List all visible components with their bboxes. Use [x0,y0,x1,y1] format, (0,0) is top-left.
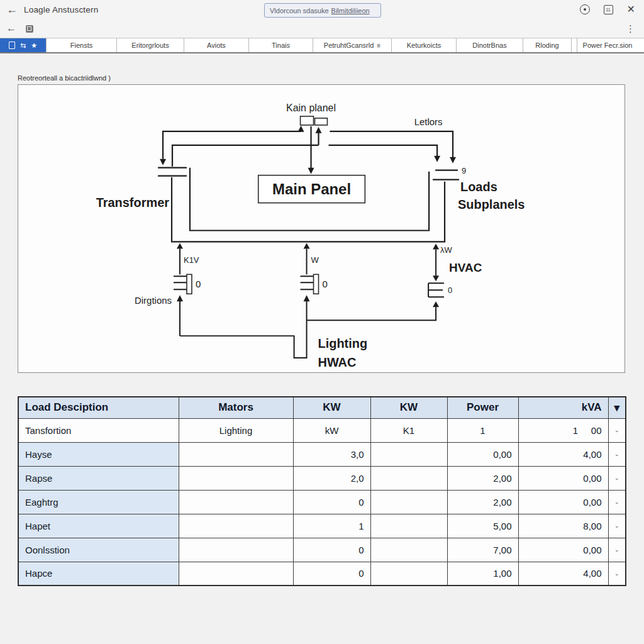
tab-rloding[interactable]: Rloding [523,38,571,52]
tab-tinais[interactable]: Tinais [248,38,313,52]
zero-label: 0 [448,286,452,295]
loads-symbol [433,170,459,180]
loads-label: Loads [460,180,497,194]
cell-kw1[interactable]: 1 [293,514,370,538]
cell-motors[interactable] [179,490,293,514]
sync-icon[interactable] [580,4,590,14]
cell-motors[interactable] [179,514,293,538]
col-kva[interactable]: kVA [518,397,608,418]
cell-kw2[interactable] [370,562,447,586]
back-arrow-icon[interactable]: ← [6,3,18,16]
row-dropdown-icon[interactable]: ⌄ [608,538,626,562]
transformer-symbol [158,168,187,176]
cell-motors[interactable]: Lighting [179,418,293,442]
col-kw-1[interactable]: KW [293,397,370,418]
cell-kva[interactable]: 4,00 [518,562,608,586]
cell-label[interactable]: Tansfortion [18,418,179,442]
cell-kva[interactable]: 8,00 [518,514,608,538]
kebab-menu-icon[interactable]: ⋮ [626,23,635,35]
main-breaker-symbol [315,118,328,125]
tab-petruhtgcansrld[interactable]: PetruhtGcansrld ≡ [313,38,391,52]
letlors-label: Letlors [414,116,443,127]
col-load-description[interactable]: Load Desciption [18,397,179,418]
nav-row: ← ⋮ [0,20,644,38]
cell-kw2[interactable] [370,538,447,562]
cell-kva[interactable]: 1 00 [518,418,608,442]
cell-power[interactable]: 1 [447,418,518,442]
cell-kw2[interactable] [370,442,447,466]
tab-power-fecrsion[interactable]: Power Fecr.sion [577,38,638,52]
tab-label: Keturkoicts [407,42,441,49]
nav-back-arrow-icon[interactable]: ← [6,23,16,34]
row-dropdown-icon[interactable]: ⌄ [608,562,626,586]
cell-kw2[interactable]: K1 [370,418,447,442]
app-title: Loagle Anstusctern [24,5,98,14]
cell-motors[interactable] [179,538,293,562]
cell-label[interactable]: Hapet [18,514,179,538]
cell-kva[interactable]: 4,00 [518,442,608,466]
cell-label[interactable]: Oonlsstion [18,538,179,562]
cell-kw1[interactable]: 3,0 [293,442,370,466]
row-dropdown-icon[interactable]: ⌄ [608,466,626,490]
cell-label[interactable]: Eaghtrg [18,490,179,514]
row-dropdown-icon[interactable]: ⌄ [608,514,626,538]
cell-kw1[interactable]: 0 [293,562,370,586]
search-input[interactable]: Vldorcoun sdasuke Bilmitdiliieon [264,3,381,18]
cell-motors[interactable] [179,466,293,490]
tab-aviots[interactable]: Aviots [184,38,248,52]
col-kw-2[interactable]: KW [370,397,447,418]
col-power[interactable]: Power [447,397,518,418]
search-text: Vldorcoun sdasuke [270,7,329,14]
star-icon: ★ [31,42,37,49]
tab-eritorgrlouts[interactable]: Eritorgrlouts [116,38,184,52]
branch-line [180,301,307,358]
cell-power[interactable]: 5,00 [447,514,518,538]
cell-kw2[interactable] [370,514,447,538]
close-icon[interactable]: ✕ [627,4,635,14]
cell-power[interactable]: 2,00 [447,466,518,490]
active-tool-chip[interactable]: ⇆ ★ [0,38,46,52]
copy-page-icon[interactable] [26,25,33,33]
row-dropdown-icon[interactable]: ⌄ [608,418,626,442]
col-dropdown[interactable]: ▾ [608,397,626,418]
table-row: Rapse 2,0 2,00 0,00 ⌄ [18,466,626,490]
cell-kva[interactable]: 0,00 [518,490,608,514]
cell-kw1[interactable]: 2,0 [293,466,370,490]
cell-label[interactable]: Hayse [18,442,179,466]
row-dropdown-icon[interactable]: ⌄ [608,442,626,466]
cell-kva[interactable]: 0,00 [518,538,608,562]
hvac-symbol [428,283,444,297]
table-row: Oonlsstion 0 7,00 0,00 ⌄ [18,538,626,562]
cell-motors[interactable] [179,562,293,586]
zero-label: 0 [322,279,327,289]
cell-motors[interactable] [179,442,293,466]
subpanels-label: Subplanels [458,197,525,211]
cell-kw2[interactable] [370,490,447,514]
tab-keturkoicts[interactable]: Keturkoicts [391,38,456,52]
single-line-diagram: Kain planel Main Panel Transformer Letlo… [18,84,625,373]
cell-power[interactable]: 0,00 [447,442,518,466]
cell-kw1[interactable]: 0 [293,490,370,514]
restore-window-icon[interactable]: 11 [604,5,613,14]
tab-label: Fiensts [70,42,92,49]
motor-symbol [174,276,187,289]
cell-power[interactable]: 1,00 [447,562,518,586]
tab-fiensts[interactable]: Fiensts [46,38,116,52]
k1v-label: K1V [184,255,199,265]
table-row: Hapet 1 5,00 8,00 ⌄ [18,514,626,538]
cell-label[interactable]: Rapse [18,466,179,490]
motor-symbol [301,276,314,289]
cell-power[interactable]: 2,00 [447,490,518,514]
cell-kva[interactable]: 0,00 [518,466,608,490]
cell-kw1[interactable]: 0 [293,538,370,562]
tab-dinotrbnas[interactable]: DinotrBnas [456,38,523,52]
table-header-row: Load Desciption Mators KW KW Power kVA ▾ [18,397,626,418]
tab-label: DinotrBnas [472,42,506,49]
cell-kw2[interactable] [370,466,447,490]
cell-power[interactable]: 7,00 [447,538,518,562]
cell-kw1[interactable]: kW [293,418,370,442]
col-motors[interactable]: Mators [179,397,293,418]
toolbar-tabstrip: ⇆ ★ Fiensts Eritorgrlouts Aviots Tinais … [0,38,644,53]
row-dropdown-icon[interactable]: ⌄ [608,490,626,514]
cell-label[interactable]: Hapce [18,562,179,586]
